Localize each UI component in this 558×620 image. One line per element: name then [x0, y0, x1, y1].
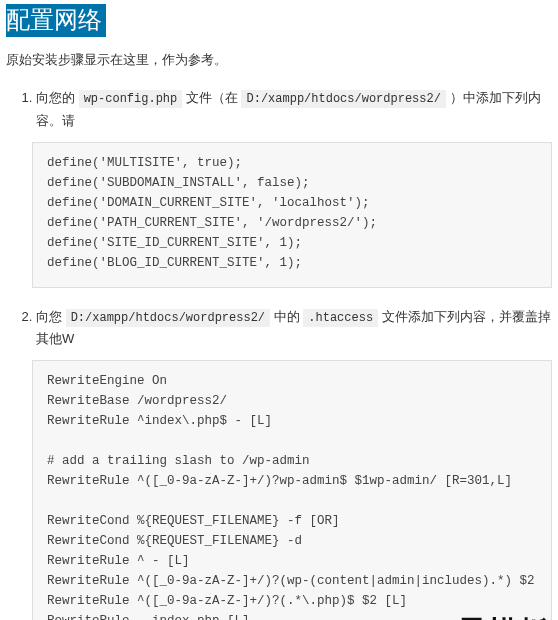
step-2: 向您 D:/xampp/htdocs/wordpress2/ 中的 .htacc… [36, 306, 552, 620]
steps-list: 向您的 wp-config.php 文件（在 D:/xampp/htdocs/w… [6, 87, 552, 620]
wp-config-code[interactable]: define('MULTISITE', true); define('SUBDO… [32, 142, 552, 288]
step-1-prefix: 向您的 [36, 90, 79, 105]
step-1: 向您的 wp-config.php 文件（在 D:/xampp/htdocs/w… [36, 87, 552, 287]
step-2-mid: 中的 [270, 309, 303, 324]
wp-config-filename: wp-config.php [79, 90, 183, 108]
htaccess-code[interactable]: RewriteEngine On RewriteBase /wordpress2… [32, 360, 552, 620]
intro-text: 原始安装步骤显示在这里，作为参考。 [6, 51, 552, 69]
wp-config-path: D:/xampp/htdocs/wordpress2/ [241, 90, 445, 108]
htaccess-filename: .htaccess [303, 309, 378, 327]
page-title: 配置网络 [6, 4, 106, 37]
htaccess-path: D:/xampp/htdocs/wordpress2/ [66, 309, 270, 327]
step-1-mid: 文件（在 [182, 90, 241, 105]
page-content: 配置网络 原始安装步骤显示在这里，作为参考。 向您的 wp-config.php… [0, 0, 558, 620]
step-2-prefix: 向您 [36, 309, 66, 324]
